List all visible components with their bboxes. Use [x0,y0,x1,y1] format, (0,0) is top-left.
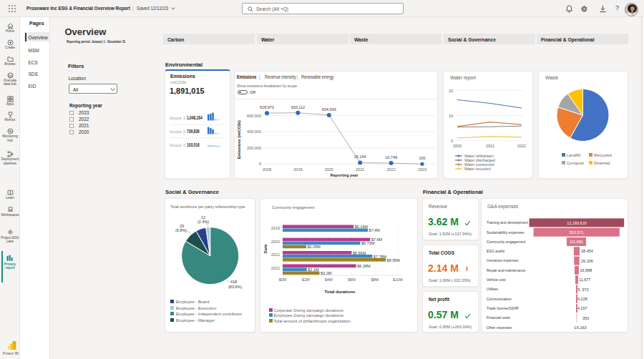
svg-text:Communication: Communication [487,297,512,301]
svg-text:Vehicle cost: Vehicle cost [487,277,506,282]
svg-text:$10M: $10M [393,277,403,282]
svg-text:2020: 2020 [325,167,333,172]
svg-text:Date: Date [263,244,268,254]
svg-text:353: 353 [582,316,589,320]
svg-text:Financial costs: Financial costs [487,315,511,320]
svg-text:10,749: 10,749 [385,155,397,159]
svg-text:15,144: 15,144 [354,154,366,159]
svg-text:Insurance expenses: Insurance expenses [487,258,519,262]
svg-text:(2.4%): (2.4%) [197,220,209,224]
svg-text:5, 972: 5, 972 [578,287,589,292]
svg-text:Emissions (mtCO2e): Emissions (mtCO2e) [237,120,241,159]
svg-text:(5.8%): (5.8%) [175,228,187,232]
svg-text:0: 0 [259,162,261,166]
svg-text:$5.99M: $5.99M [353,251,366,255]
svg-text:2021: 2021 [271,252,280,257]
svg-text:$2.05M: $2.05M [308,245,321,249]
svg-text:Water recycled: Water recycled [464,167,490,171]
svg-text:4,207: 4,207 [577,306,587,310]
svg-text:$6M: $6M [348,277,356,282]
svg-text:$7.78M: $7.78M [374,255,387,259]
svg-text:111,681: 111,681 [570,240,583,244]
svg-text:26,206: 26,206 [581,259,593,263]
svg-text:$0M: $0M [279,277,287,282]
svg-text:20: 20 [449,89,453,93]
svg-text:200,000: 200,000 [247,146,261,150]
svg-text:628,973: 628,973 [260,105,274,109]
svg-text:(83.6%): (83.6%) [228,285,242,289]
svg-text:2021: 2021 [486,144,494,148]
svg-text:2018: 2018 [263,167,271,172]
svg-text:2022: 2022 [517,144,526,148]
svg-text:16,898: 16,898 [580,268,592,272]
svg-text:Total durations: Total durations [325,290,356,294]
svg-text:28,454: 28,454 [581,249,593,253]
svg-text:Sustainability expenses: Sustainability expenses [487,230,525,235]
svg-text:$8M: $8M [371,277,379,282]
svg-text:4,228: 4,228 [577,297,587,301]
svg-text:$7.4M: $7.4M [369,228,381,232]
svg-text:Reporting year: Reporting year [331,173,359,177]
svg-text:503,571: 503,571 [570,230,584,235]
svg-text:2020: 2020 [271,240,280,244]
svg-text:-16,163: -16,163 [573,325,587,330]
svg-text:ESG audits: ESG audits [487,249,505,253]
svg-text:11,677: 11,677 [579,277,590,282]
svg-text:418: 418 [230,280,237,284]
svg-text:2022: 2022 [271,266,280,270]
svg-text:2021: 2021 [356,167,364,172]
svg-text:600,000: 600,000 [247,114,261,118]
svg-text:604,936: 604,936 [322,107,336,112]
svg-text:$4M: $4M [325,277,333,282]
svg-text:633,112: 633,112 [291,105,305,109]
svg-text:10: 10 [449,114,453,118]
svg-text:Training and development: Training and development [487,220,528,225]
svg-text:2020: 2020 [453,144,462,148]
svg-text:Trade license/SSHP: Trade license/SSHP [487,306,519,310]
svg-text:0: 0 [451,139,453,143]
svg-text:$6.73M: $6.73M [361,241,375,245]
svg-text:$8.95M: $8.95M [387,258,401,262]
svg-text:$2M: $2M [302,277,310,282]
svg-text:$6.38M: $6.38M [357,264,371,268]
svg-text:2019: 2019 [271,226,280,230]
svg-text:2019: 2019 [293,167,302,172]
svg-text:2023: 2023 [418,167,426,172]
svg-text:Other expenses: Other expenses [487,325,512,330]
svg-text:12,293,620: 12,293,620 [567,221,587,225]
svg-text:400,000: 400,000 [247,129,261,134]
svg-text:$2.1M: $2.1M [308,267,319,272]
svg-text:2022: 2022 [386,167,395,172]
svg-text:Repair and maintenance: Repair and maintenance [487,268,526,272]
svg-text:$3.2M: $3.2M [321,271,332,275]
svg-text:Utilities: Utilities [487,287,499,291]
svg-text:Community engagement: Community engagement [487,240,526,244]
svg-text:$6.16M: $6.16M [355,225,369,229]
svg-text:100: 100 [419,156,425,160]
